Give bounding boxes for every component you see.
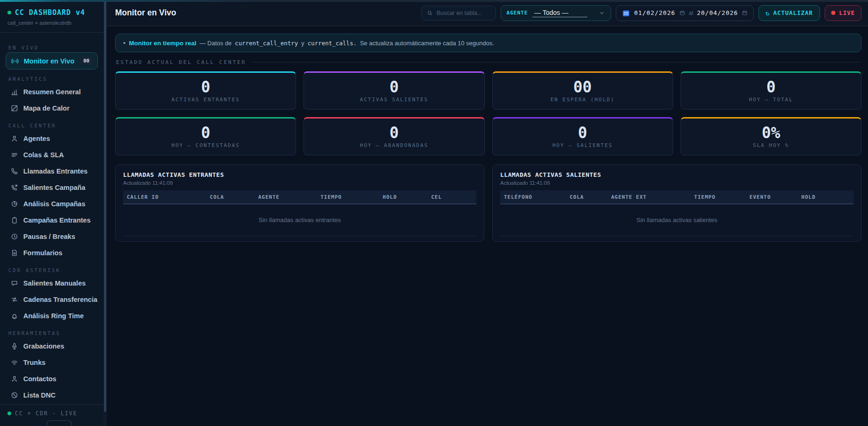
sidebar-item-llamadas-entrantes[interactable]: Llamadas Entrantes bbox=[6, 163, 98, 179]
search-input[interactable] bbox=[437, 10, 488, 16]
table-column-header: HOLD bbox=[801, 194, 850, 200]
status-cards: 0 ACTIVAS ENTRANTES 0 ACTIVAS SALIENTES … bbox=[115, 71, 861, 155]
bell-icon bbox=[10, 312, 19, 320]
sidebar-item-label: Mapa de Calor bbox=[23, 105, 93, 112]
refresh-button[interactable]: ↻ ACTUALIZAR bbox=[758, 5, 820, 21]
calendar-icon bbox=[622, 9, 630, 17]
date-from-picker-icon[interactable] bbox=[679, 10, 685, 16]
status-card-value: 00 bbox=[573, 79, 592, 95]
sidebar-item-salientes-manuales[interactable]: Salientes Manuales bbox=[6, 275, 98, 291]
table-column-header: CEL bbox=[431, 194, 473, 200]
sidebar-item-resumen-general[interactable]: Resumen General bbox=[6, 84, 98, 100]
status-card-label: ACTIVAS SALIENTES bbox=[360, 97, 428, 103]
sidebar-scrollbar[interactable] bbox=[103, 0, 107, 426]
date-to-picker-icon[interactable] bbox=[742, 10, 748, 16]
status-card-value: 0 bbox=[578, 125, 587, 140]
calls-table-panel: LLAMADAS ACTIVAS ENTRANTES Actualizado 1… bbox=[115, 164, 484, 242]
agent-icon bbox=[10, 134, 19, 143]
date-to-input[interactable]: 20/04/2026 bbox=[697, 9, 738, 16]
app-subtitle: call_center + asteriskcdrdb bbox=[7, 20, 96, 26]
sidebar-section-label: EN VIVO bbox=[8, 45, 95, 50]
date-range-filter: 01/02/2026 al 20/04/2026 bbox=[616, 5, 754, 21]
sidebar-item-contactos[interactable]: Contactos bbox=[6, 370, 98, 387]
sidebar-item-label: Trunks bbox=[23, 359, 93, 366]
status-card: 0 HOY — TOTAL bbox=[681, 71, 861, 110]
sidebar-item-label: Contactos bbox=[23, 375, 93, 383]
table-column-header: EVENTO bbox=[750, 194, 801, 200]
status-section-header: ESTADO ACTUAL DEL CALL CENTER bbox=[116, 59, 861, 65]
sidebar-item-grabaciones[interactable]: Grabaciones bbox=[6, 338, 98, 354]
banner-code-1: current_call_entry bbox=[235, 40, 298, 47]
agent-filter-label: AGENTE bbox=[507, 10, 528, 16]
sidebar-item-label: Lista DNC bbox=[23, 391, 93, 399]
status-card: 0 ACTIVAS ENTRANTES bbox=[115, 71, 296, 110]
table-empty-message: Sin llamadas activas salientes bbox=[500, 204, 854, 236]
sidebar-item-mapa-de-calor[interactable]: Mapa de Calor bbox=[6, 100, 98, 116]
sidebar-item-pausas-breaks[interactable]: Pausas / Breaks bbox=[6, 228, 98, 244]
sidebar-item-análisis-ring-time[interactable]: Análisis Ring Time bbox=[6, 307, 98, 324]
sidebar-item-label: Análisis Campañas bbox=[23, 200, 93, 208]
agent-filter: AGENTE — Todos — bbox=[501, 5, 612, 21]
table-column-header: CALLER ID bbox=[127, 194, 210, 200]
sidebar-item-formularios[interactable]: Formularios bbox=[6, 244, 98, 261]
topbar: Monitor en Vivo AGENTE — Todos — 01/02/2… bbox=[107, 0, 868, 26]
date-from-input[interactable]: 01/02/2026 bbox=[634, 9, 675, 16]
banner-text-join: y bbox=[301, 40, 304, 47]
sidebar-item-campañas-entrantes[interactable]: Campañas Entrantes bbox=[6, 212, 98, 228]
sidebar-item-monitor-en-vivo[interactable]: Monitor en Vivo00 bbox=[6, 52, 98, 70]
status-card-label: HOY — TOTAL bbox=[749, 97, 793, 103]
status-card-value: 0 bbox=[389, 125, 399, 140]
contact-icon bbox=[10, 375, 19, 383]
status-card: 00 EN ESPERA (HOLD) bbox=[492, 71, 673, 110]
sidebar-item-trunks[interactable]: Trunks bbox=[6, 354, 98, 370]
sidebar-cutoff-button[interactable] bbox=[47, 420, 72, 426]
sidebar-item-salientes-campaña[interactable]: Salientes Campaña bbox=[6, 179, 98, 196]
sidebar: CC DASHBOARD v4 call_center + asteriskcd… bbox=[0, 0, 103, 426]
sidebar-item-lista-dnc[interactable]: Lista DNC bbox=[6, 387, 98, 403]
content: ● Monitor en tiempo real — Datos de curr… bbox=[107, 26, 868, 426]
banner-text-prefix: — Datos de bbox=[200, 40, 232, 47]
status-card: 0 HOY — CONTESTADAS bbox=[115, 117, 296, 155]
banner-code-2: current_calls. bbox=[308, 40, 357, 47]
page-title: Monitor en Vivo bbox=[115, 8, 176, 18]
sidebar-item-análisis-campañas[interactable]: Análisis Campañas bbox=[6, 196, 98, 212]
live-dot-icon bbox=[831, 11, 835, 15]
sidebar-header: CC DASHBOARD v4 call_center + asteriskcd… bbox=[0, 0, 103, 33]
clipboard-icon bbox=[10, 216, 19, 224]
status-card-value: 0 bbox=[201, 125, 210, 140]
sidebar-nav: EN VIVOMonitor en Vivo00ANALYTICSResumen… bbox=[0, 33, 103, 405]
table-column-header: HOLD bbox=[383, 194, 431, 200]
banner-title: Monitor en tiempo real bbox=[129, 40, 196, 47]
status-card-value: 0% bbox=[762, 125, 780, 140]
main-area: Monitor en Vivo AGENTE — Todos — 01/02/2… bbox=[107, 0, 868, 426]
sidebar-section-label: ANALYTICS bbox=[8, 76, 95, 82]
agent-select[interactable]: — Todos — bbox=[532, 9, 587, 17]
wifi-icon bbox=[10, 358, 19, 367]
sidebar-item-agentes[interactable]: Agentes bbox=[6, 130, 98, 147]
sidebar-section-label: CDR ASTERISK bbox=[8, 267, 95, 273]
sidebar-item-label: Monitor en Vivo bbox=[24, 57, 76, 65]
status-card-label: HOY — SALIENTES bbox=[552, 142, 613, 148]
phone-incoming-icon bbox=[10, 167, 19, 175]
status-card-label: EN ESPERA (HOLD) bbox=[551, 97, 615, 103]
panel-title: LLAMADAS ACTIVAS SALIENTES bbox=[500, 171, 854, 178]
heatmap-icon bbox=[10, 104, 19, 112]
app-root: CC DASHBOARD v4 call_center + asteriskcd… bbox=[0, 0, 868, 426]
status-card-label: SLA HOY % bbox=[753, 142, 789, 148]
table-column-header: COLA bbox=[210, 194, 258, 200]
panel-updated-timestamp: Actualizado 11:41:09 bbox=[123, 180, 476, 186]
sidebar-item-badge: 00 bbox=[80, 57, 93, 65]
search-icon bbox=[427, 10, 433, 16]
broadcast-icon bbox=[11, 57, 19, 65]
form-icon bbox=[10, 249, 19, 257]
sidebar-item-cadenas-transferencia[interactable]: Cadenas Transferencia bbox=[6, 291, 98, 307]
date-separator: al bbox=[689, 10, 693, 16]
banner-pulse-icon: ● bbox=[123, 41, 125, 45]
table-column-header: COLA bbox=[570, 194, 611, 200]
sidebar-item-label: Llamadas Entrantes bbox=[23, 168, 93, 175]
sidebar-item-colas-sla[interactable]: Colas & SLA bbox=[6, 147, 98, 163]
sidebar-scrollbar-thumb[interactable] bbox=[104, 0, 106, 412]
live-badge[interactable]: LIVE bbox=[825, 5, 861, 21]
sidebar-item-label: Grabaciones bbox=[23, 342, 93, 350]
refresh-button-label: ACTUALIZAR bbox=[773, 9, 813, 16]
